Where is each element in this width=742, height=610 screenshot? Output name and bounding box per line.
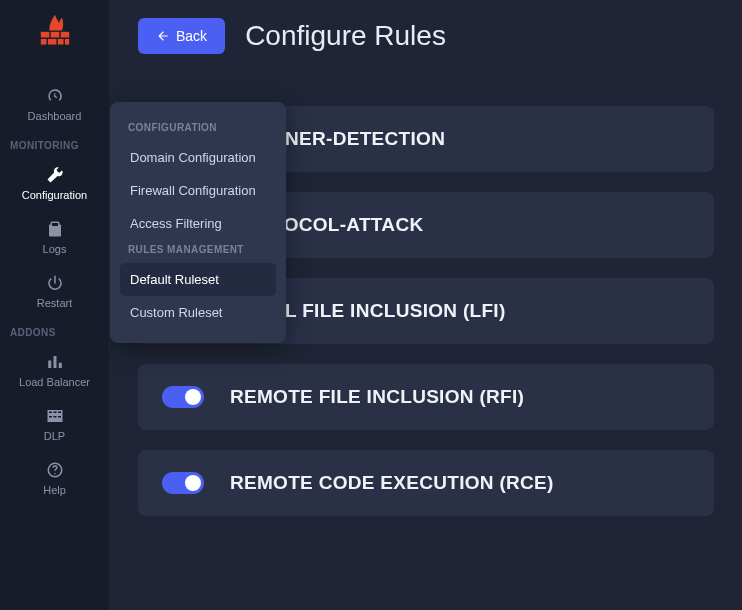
- sidebar-item-dlp[interactable]: DLP: [0, 398, 109, 452]
- sidebar-item-configuration[interactable]: Configuration: [0, 157, 109, 211]
- rule-name: REMOTE FILE INCLUSION (RFI): [230, 386, 524, 408]
- sidebar-section-monitoring: MONITORING: [0, 132, 109, 157]
- page-header: Back Configure Rules: [138, 18, 714, 54]
- rule-toggle[interactable]: [162, 386, 204, 408]
- main-content: Back Configure Rules SCANNER-DETECTION P…: [110, 0, 742, 610]
- sidebar-section-addons: ADDONS: [0, 319, 109, 344]
- sidebar-item-dashboard[interactable]: Dashboard: [0, 78, 109, 132]
- svg-rect-4: [47, 39, 55, 45]
- grid-icon: [45, 406, 65, 426]
- svg-rect-5: [57, 39, 63, 45]
- popover-section-rules-management: RULES MANAGEMENT: [120, 240, 276, 263]
- rule-card: REMOTE FILE INCLUSION (RFI): [138, 364, 714, 430]
- sidebar-item-logs[interactable]: Logs: [0, 211, 109, 265]
- popover-item-firewall-configuration[interactable]: Firewall Configuration: [120, 174, 276, 207]
- sidebar-item-restart[interactable]: Restart: [0, 265, 109, 319]
- help-icon: [45, 460, 65, 480]
- popover-section-configuration: CONFIGURATION: [120, 118, 276, 141]
- sidebar-item-label: Dashboard: [28, 110, 82, 122]
- svg-rect-0: [40, 32, 49, 38]
- popover-item-custom-ruleset[interactable]: Custom Ruleset: [120, 296, 276, 329]
- popover-item-access-filtering[interactable]: Access Filtering: [120, 207, 276, 240]
- rule-card: REMOTE CODE EXECUTION (RCE): [138, 450, 714, 516]
- sidebar-item-label: DLP: [44, 430, 65, 442]
- sidebar-item-label: Load Balancer: [19, 376, 90, 388]
- svg-point-8: [54, 473, 56, 475]
- popover-item-domain-configuration[interactable]: Domain Configuration: [120, 141, 276, 174]
- sidebar-item-label: Restart: [37, 297, 72, 309]
- sidebar-item-help[interactable]: Help: [0, 452, 109, 506]
- svg-rect-3: [40, 39, 46, 45]
- sidebar-item-load-balancer[interactable]: Load Balancer: [0, 344, 109, 398]
- sidebar: Dashboard MONITORING Configuration Logs …: [0, 0, 110, 610]
- power-icon: [45, 273, 65, 293]
- svg-rect-1: [50, 32, 59, 38]
- configuration-popover: CONFIGURATION Domain Configuration Firew…: [110, 102, 286, 343]
- page-title: Configure Rules: [245, 20, 446, 52]
- sidebar-item-label: Help: [43, 484, 66, 496]
- clipboard-icon: [45, 219, 65, 239]
- rule-name: REMOTE CODE EXECUTION (RCE): [230, 472, 554, 494]
- arrow-left-icon: [156, 29, 170, 43]
- rule-toggle[interactable]: [162, 472, 204, 494]
- wrench-icon: [45, 165, 65, 185]
- svg-rect-6: [64, 39, 68, 45]
- sidebar-item-label: Logs: [43, 243, 67, 255]
- popover-item-default-ruleset[interactable]: Default Ruleset: [120, 263, 276, 296]
- logo-firewall-icon: [38, 12, 72, 50]
- svg-rect-2: [60, 32, 69, 38]
- back-button-label: Back: [176, 28, 207, 44]
- sidebar-item-label: Configuration: [22, 189, 87, 201]
- bars-icon: [45, 352, 65, 372]
- gauge-icon: [45, 86, 65, 106]
- back-button[interactable]: Back: [138, 18, 225, 54]
